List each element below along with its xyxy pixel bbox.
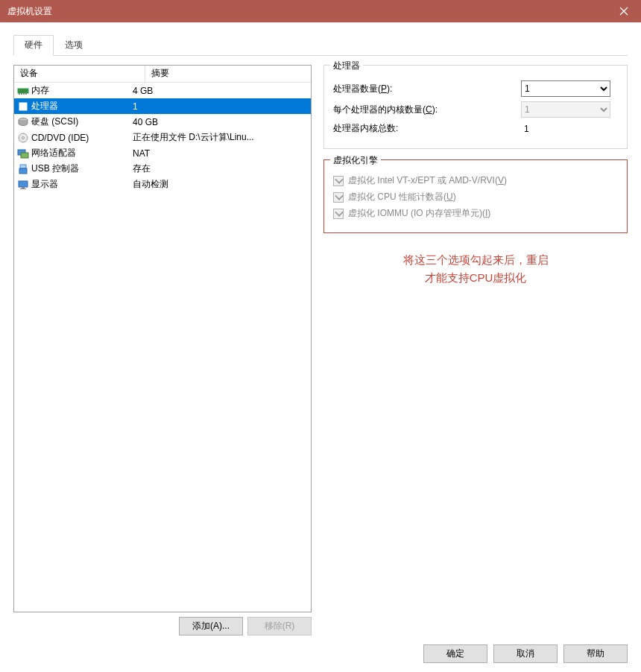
virt-iommu-checkbox[interactable]: 虚拟化 IOMMU (IO 内存管理单元)(I) [333, 207, 618, 220]
device-summary: 自动检测 [133, 178, 311, 191]
device-row[interactable]: 网络适配器NAT [14, 145, 311, 161]
virt-cpu-perf-checkbox[interactable]: 虚拟化 CPU 性能计数器(U) [333, 191, 618, 203]
col-device: 设备 [14, 66, 145, 82]
checkbox-icon [333, 192, 344, 203]
device-summary: 1 [133, 101, 311, 112]
virt-vtx-checkbox[interactable]: 虚拟化 Intel VT-x/EPT 或 AMD-V/RVI(V) [333, 174, 618, 187]
svg-rect-6 [25, 93, 27, 95]
title-bar: 虚拟机设置 [0, 0, 641, 22]
virtualization-group: 虚拟化引擎 虚拟化 Intel VT-x/EPT 或 AMD-V/RVI(V) … [323, 159, 628, 233]
device-name: 硬盘 (SCSI) [31, 115, 78, 128]
svg-rect-2 [18, 89, 28, 93]
proc-total-value: 1 [521, 124, 618, 134]
svg-rect-4 [21, 93, 22, 95]
ok-button[interactable]: 确定 [423, 644, 487, 663]
proc-count-select[interactable]: 1 [521, 80, 610, 97]
device-row[interactable]: USB 控制器存在 [14, 161, 311, 177]
device-row[interactable]: 显示器自动检测 [14, 177, 311, 192]
device-row[interactable]: 硬盘 (SCSI)40 GB [14, 114, 311, 130]
annotation-text: 将这三个选项勾起来后，重启 才能支持CPU虚拟化 [323, 251, 628, 287]
processor-group-title: 处理器 [330, 60, 363, 72]
svg-rect-3 [19, 93, 20, 95]
add-button[interactable]: 添加(A)... [179, 617, 243, 635]
svg-rect-13 [21, 153, 28, 158]
svg-rect-17 [22, 187, 25, 188]
memory-icon [17, 85, 29, 97]
device-name: 网络适配器 [31, 147, 76, 159]
cd-icon [17, 132, 29, 144]
close-icon [619, 7, 628, 16]
checkbox-icon [333, 176, 344, 186]
device-summary: 4 GB [133, 86, 311, 96]
tab-hardware[interactable]: 硬件 [13, 35, 54, 56]
cpu-icon [17, 101, 29, 112]
svg-rect-18 [20, 188, 26, 189]
help-button[interactable]: 帮助 [563, 644, 628, 663]
virtualization-group-title: 虚拟化引擎 [330, 154, 381, 167]
svg-rect-16 [19, 181, 28, 187]
cancel-button[interactable]: 取消 [493, 644, 558, 663]
svg-rect-14 [20, 165, 26, 168]
svg-rect-15 [19, 168, 27, 174]
checkbox-icon [333, 209, 344, 219]
device-summary: 40 GB [133, 117, 311, 127]
device-summary: 存在 [133, 162, 311, 175]
proc-count-label: 处理器数量(P): [333, 83, 521, 95]
disk-icon [17, 116, 29, 128]
display-icon [17, 179, 29, 191]
device-name: CD/DVD (IDE) [31, 133, 89, 143]
device-name: USB 控制器 [31, 162, 79, 175]
proc-cores-label: 每个处理器的内核数量(C): [333, 104, 521, 116]
device-name: 显示器 [31, 178, 58, 191]
device-summary: 正在使用文件 D:\云计算\Linu... [133, 131, 311, 144]
device-list[interactable]: 设备 摘要 内存4 GB处理器1硬盘 (SCSI)40 GBCD/DVD (ID… [13, 65, 312, 612]
device-row[interactable]: 内存4 GB [14, 83, 311, 98]
tab-row: 硬件 选项 [13, 34, 628, 56]
usb-icon [17, 163, 29, 175]
processor-group: 处理器 处理器数量(P): 1 每个处理器的内核数量(C): [323, 65, 628, 149]
net-icon [17, 148, 29, 159]
svg-point-11 [22, 136, 25, 139]
remove-button: 移除(R) [247, 617, 312, 635]
device-name: 内存 [31, 84, 49, 97]
device-summary: NAT [133, 148, 311, 159]
proc-cores-select: 1 [521, 101, 610, 118]
close-button[interactable] [607, 0, 641, 22]
window-title: 虚拟机设置 [7, 5, 52, 18]
proc-total-label: 处理器内核总数: [333, 122, 521, 135]
device-name: 处理器 [31, 100, 58, 112]
device-row[interactable]: CD/DVD (IDE)正在使用文件 D:\云计算\Linu... [14, 130, 311, 145]
svg-rect-8 [21, 104, 25, 109]
device-list-header: 设备 摘要 [14, 66, 311, 83]
svg-rect-5 [23, 93, 25, 95]
device-row[interactable]: 处理器1 [14, 98, 311, 114]
tab-options[interactable]: 选项 [54, 35, 94, 56]
col-summary: 摘要 [145, 66, 311, 82]
